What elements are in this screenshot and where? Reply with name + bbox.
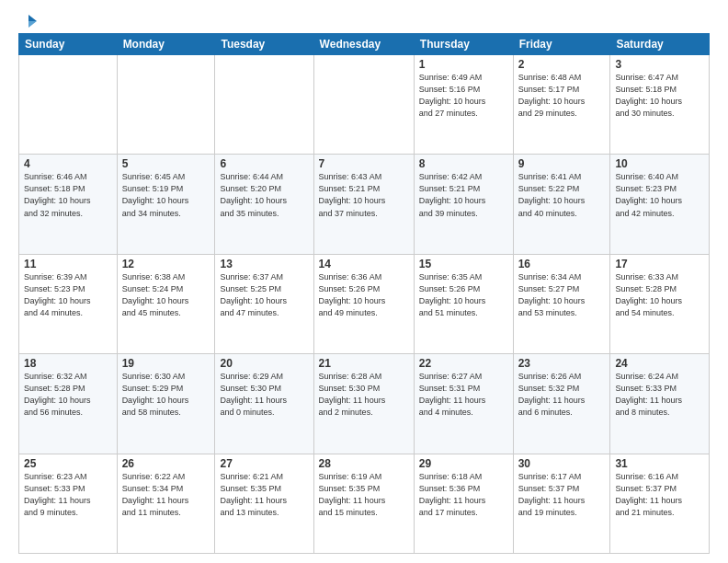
calendar-cell: 11Sunrise: 6:39 AM Sunset: 5:23 PM Dayli…	[19, 254, 118, 353]
calendar-cell: 19Sunrise: 6:30 AM Sunset: 5:29 PM Dayli…	[117, 354, 215, 454]
calendar-cell: 27Sunrise: 6:21 AM Sunset: 5:35 PM Dayli…	[215, 454, 313, 553]
calendar-cell: 3Sunrise: 6:47 AM Sunset: 5:18 PM Daylig…	[610, 55, 710, 155]
day-number: 20	[220, 357, 308, 370]
weekday-header-wednesday: Wednesday	[313, 34, 414, 55]
logo-line	[18, 15, 37, 29]
day-number: 26	[122, 457, 210, 470]
calendar-cell: 29Sunrise: 6:18 AM Sunset: 5:36 PM Dayli…	[414, 454, 513, 553]
calendar-cell: 8Sunrise: 6:42 AM Sunset: 5:21 PM Daylig…	[414, 155, 513, 254]
weekday-header-monday: Monday	[117, 34, 215, 55]
calendar-cell: 25Sunrise: 6:23 AM Sunset: 5:33 PM Dayli…	[19, 454, 118, 553]
day-number: 13	[220, 258, 308, 270]
calendar-cell: 23Sunrise: 6:26 AM Sunset: 5:32 PM Dayli…	[513, 354, 610, 454]
calendar-cell: 28Sunrise: 6:19 AM Sunset: 5:35 PM Dayli…	[313, 454, 414, 553]
day-info: Sunrise: 6:46 AM Sunset: 5:18 PM Dayligh…	[24, 171, 112, 219]
week-row-0: 1Sunrise: 6:49 AM Sunset: 5:16 PM Daylig…	[19, 55, 710, 155]
calendar-cell: 7Sunrise: 6:43 AM Sunset: 5:21 PM Daylig…	[313, 155, 414, 254]
week-row-3: 18Sunrise: 6:32 AM Sunset: 5:28 PM Dayli…	[19, 354, 710, 454]
calendar-cell: 31Sunrise: 6:16 AM Sunset: 5:37 PM Dayli…	[610, 454, 710, 553]
page: SundayMondayTuesdayWednesdayThursdayFrid…	[0, 0, 728, 563]
week-row-2: 11Sunrise: 6:39 AM Sunset: 5:23 PM Dayli…	[19, 254, 710, 353]
week-row-4: 25Sunrise: 6:23 AM Sunset: 5:33 PM Dayli…	[19, 454, 710, 553]
day-info: Sunrise: 6:22 AM Sunset: 5:34 PM Dayligh…	[122, 471, 210, 519]
day-number: 24	[615, 357, 704, 370]
day-info: Sunrise: 6:35 AM Sunset: 5:26 PM Dayligh…	[419, 271, 508, 319]
day-info: Sunrise: 6:19 AM Sunset: 5:35 PM Dayligh…	[319, 471, 409, 519]
calendar-cell: 2Sunrise: 6:48 AM Sunset: 5:17 PM Daylig…	[513, 55, 610, 155]
day-info: Sunrise: 6:45 AM Sunset: 5:19 PM Dayligh…	[122, 171, 210, 219]
calendar-cell: 12Sunrise: 6:38 AM Sunset: 5:24 PM Dayli…	[117, 254, 215, 353]
day-info: Sunrise: 6:28 AM Sunset: 5:30 PM Dayligh…	[319, 371, 409, 419]
calendar-cell: 30Sunrise: 6:17 AM Sunset: 5:37 PM Dayli…	[513, 454, 610, 553]
week-row-1: 4Sunrise: 6:46 AM Sunset: 5:18 PM Daylig…	[19, 155, 710, 254]
calendar-cell: 6Sunrise: 6:44 AM Sunset: 5:20 PM Daylig…	[215, 155, 313, 254]
day-number: 11	[24, 258, 112, 270]
day-info: Sunrise: 6:29 AM Sunset: 5:30 PM Dayligh…	[220, 371, 308, 419]
day-info: Sunrise: 6:43 AM Sunset: 5:21 PM Dayligh…	[319, 171, 409, 219]
day-number: 7	[319, 157, 409, 170]
calendar-cell: 22Sunrise: 6:27 AM Sunset: 5:31 PM Dayli…	[414, 354, 513, 454]
day-info: Sunrise: 6:39 AM Sunset: 5:23 PM Dayligh…	[24, 271, 112, 319]
calendar-cell: 10Sunrise: 6:40 AM Sunset: 5:23 PM Dayli…	[610, 155, 710, 254]
day-info: Sunrise: 6:42 AM Sunset: 5:21 PM Dayligh…	[419, 171, 508, 219]
calendar-cell	[19, 55, 118, 155]
day-number: 12	[122, 258, 210, 270]
svg-marker-0	[28, 15, 37, 21]
day-info: Sunrise: 6:34 AM Sunset: 5:27 PM Dayligh…	[518, 271, 606, 319]
calendar-cell	[117, 55, 215, 155]
weekday-header-thursday: Thursday	[414, 34, 513, 55]
calendar-cell	[313, 55, 414, 155]
weekday-header-tuesday: Tuesday	[215, 34, 313, 55]
day-number: 16	[518, 258, 606, 270]
day-number: 17	[615, 258, 704, 270]
day-number: 1	[419, 58, 508, 71]
day-info: Sunrise: 6:21 AM Sunset: 5:35 PM Dayligh…	[220, 471, 308, 519]
header	[18, 15, 710, 26]
day-number: 28	[319, 457, 409, 470]
day-info: Sunrise: 6:32 AM Sunset: 5:28 PM Dayligh…	[24, 371, 112, 419]
calendar-cell: 9Sunrise: 6:41 AM Sunset: 5:22 PM Daylig…	[513, 155, 610, 254]
day-info: Sunrise: 6:33 AM Sunset: 5:28 PM Dayligh…	[615, 271, 704, 319]
day-number: 31	[615, 457, 704, 470]
day-info: Sunrise: 6:38 AM Sunset: 5:24 PM Dayligh…	[122, 271, 210, 319]
day-number: 27	[220, 457, 308, 470]
day-info: Sunrise: 6:36 AM Sunset: 5:26 PM Dayligh…	[319, 271, 409, 319]
day-number: 15	[419, 258, 508, 270]
day-number: 5	[122, 157, 210, 170]
day-info: Sunrise: 6:16 AM Sunset: 5:37 PM Dayligh…	[615, 471, 704, 519]
calendar-cell: 24Sunrise: 6:24 AM Sunset: 5:33 PM Dayli…	[610, 354, 710, 454]
day-info: Sunrise: 6:23 AM Sunset: 5:33 PM Dayligh…	[24, 471, 112, 519]
day-number: 9	[518, 157, 606, 170]
day-number: 18	[24, 357, 112, 370]
day-info: Sunrise: 6:48 AM Sunset: 5:17 PM Dayligh…	[518, 72, 606, 120]
day-number: 10	[615, 157, 704, 170]
day-number: 4	[24, 157, 112, 170]
calendar-cell: 13Sunrise: 6:37 AM Sunset: 5:25 PM Dayli…	[215, 254, 313, 353]
logo-bird-icon	[20, 13, 37, 29]
weekday-header-sunday: Sunday	[19, 34, 118, 55]
day-info: Sunrise: 6:47 AM Sunset: 5:18 PM Dayligh…	[615, 72, 704, 120]
day-number: 19	[122, 357, 210, 370]
calendar-cell: 18Sunrise: 6:32 AM Sunset: 5:28 PM Dayli…	[19, 354, 118, 454]
logo	[18, 15, 37, 26]
calendar-cell: 15Sunrise: 6:35 AM Sunset: 5:26 PM Dayli…	[414, 254, 513, 353]
calendar-cell: 14Sunrise: 6:36 AM Sunset: 5:26 PM Dayli…	[313, 254, 414, 353]
day-info: Sunrise: 6:26 AM Sunset: 5:32 PM Dayligh…	[518, 371, 606, 419]
calendar-cell: 4Sunrise: 6:46 AM Sunset: 5:18 PM Daylig…	[19, 155, 118, 254]
day-number: 29	[419, 457, 508, 470]
calendar-cell: 21Sunrise: 6:28 AM Sunset: 5:30 PM Dayli…	[313, 354, 414, 454]
day-info: Sunrise: 6:37 AM Sunset: 5:25 PM Dayligh…	[220, 271, 308, 319]
day-number: 6	[220, 157, 308, 170]
calendar-cell: 1Sunrise: 6:49 AM Sunset: 5:16 PM Daylig…	[414, 55, 513, 155]
day-info: Sunrise: 6:18 AM Sunset: 5:36 PM Dayligh…	[419, 471, 508, 519]
svg-marker-1	[28, 21, 37, 28]
day-number: 25	[24, 457, 112, 470]
day-number: 8	[419, 157, 508, 170]
calendar-cell: 5Sunrise: 6:45 AM Sunset: 5:19 PM Daylig…	[117, 155, 215, 254]
day-number: 23	[518, 357, 606, 370]
calendar-cell: 16Sunrise: 6:34 AM Sunset: 5:27 PM Dayli…	[513, 254, 610, 353]
day-number: 2	[518, 58, 606, 71]
day-info: Sunrise: 6:17 AM Sunset: 5:37 PM Dayligh…	[518, 471, 606, 519]
calendar-cell: 26Sunrise: 6:22 AM Sunset: 5:34 PM Dayli…	[117, 454, 215, 553]
day-number: 3	[615, 58, 704, 71]
